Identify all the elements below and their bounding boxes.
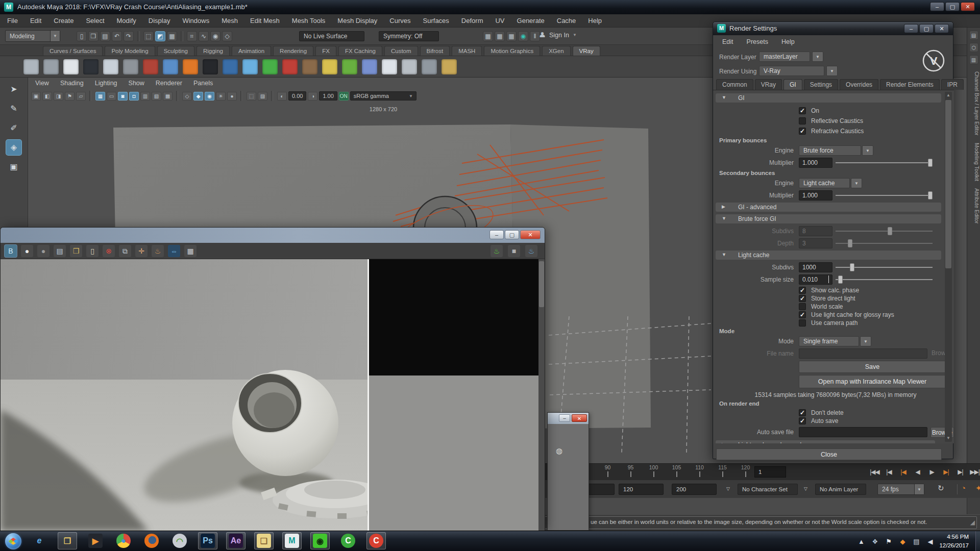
pause-icon[interactable]: ‖	[530, 31, 540, 41]
resize-grip-icon[interactable]: ◢	[970, 519, 975, 526]
color-managed-icon[interactable]: ON	[339, 92, 349, 101]
shelf-icon[interactable]	[382, 59, 397, 74]
anim-layer-dropdown[interactable]: No Anim Layer	[815, 484, 866, 495]
select-by-component-icon[interactable]: ▦	[167, 31, 177, 41]
taskbar-sketchup-icon[interactable]: ◠	[170, 532, 189, 549]
checkbox[interactable]	[799, 107, 806, 114]
taskbar-after-effects-icon[interactable]: Ae	[226, 532, 246, 549]
chevron-down-icon[interactable]: ▽	[804, 486, 807, 491]
lc-sample-size-slider[interactable]	[836, 279, 933, 280]
menu-item[interactable]: Curves	[389, 17, 410, 24]
white-point-icon[interactable]: ●	[21, 245, 33, 257]
menu-item[interactable]: Surfaces	[423, 17, 449, 24]
menu-item[interactable]: Mesh Tools	[292, 17, 326, 24]
shadows-icon[interactable]: ●	[227, 92, 237, 101]
snap-plane-icon[interactable]: ◇	[222, 31, 232, 41]
scale-tool-icon[interactable]: ▣	[6, 159, 21, 174]
primary-multiplier-slider[interactable]	[836, 162, 933, 163]
primary-multiplier-field[interactable]: 1.000	[799, 158, 832, 168]
shelf-icon[interactable]	[203, 59, 218, 74]
camera-icon[interactable]: ▣	[31, 92, 41, 101]
attribute-editor-icon[interactable]: ▥	[969, 55, 978, 64]
symmetry-field[interactable]: Symmetry: Off	[379, 31, 439, 41]
section-brute-force-gi[interactable]: ▼ Brute force GI	[716, 214, 941, 223]
panel-menu-item[interactable]: Panels	[193, 80, 213, 87]
safe-action-icon[interactable]: ▧	[152, 92, 161, 101]
save-image-icon[interactable]: ▤	[54, 245, 66, 257]
b-channel-icon[interactable]: B	[5, 245, 17, 257]
auto-key-icon[interactable]: ◔	[961, 484, 966, 492]
ipr-render-icon[interactable]: ▦	[495, 31, 505, 41]
playback-button[interactable]: ▶|	[953, 466, 967, 478]
menu-item[interactable]: Deform	[461, 17, 483, 24]
exposure-field[interactable]: 0.00	[288, 91, 306, 101]
maximize-button[interactable]: ▢	[945, 2, 960, 11]
chevron-down-icon[interactable]: ▽	[726, 486, 730, 491]
render-settings-tab[interactable]: Render Elements	[880, 79, 940, 90]
gamma-icon[interactable]: ◑	[308, 92, 317, 101]
taskbar-firefox-icon[interactable]	[142, 532, 161, 549]
shelf-tab[interactable]: Rigging	[197, 46, 230, 56]
shelf-icon[interactable]	[43, 59, 59, 74]
shelf-icon[interactable]	[422, 59, 437, 74]
lights-icon[interactable]: ☀	[216, 92, 226, 101]
taskbar-photoshop-icon[interactable]: Ps	[198, 532, 217, 549]
taskbar-maya-icon[interactable]: M	[282, 532, 302, 549]
checkbox[interactable]	[799, 303, 806, 310]
render-view-window[interactable]: – ▢ ✕ B●●▤❒▯⊗⧉✛♨⇔▦ ♨■♨	[0, 227, 545, 531]
shelf-tab[interactable]: Bifrost	[420, 46, 450, 56]
render-frame-icon[interactable]: ▦	[483, 31, 493, 41]
shelf-icon[interactable]	[362, 59, 377, 74]
tray-antivirus-icon[interactable]: ◆	[898, 538, 907, 545]
menu-item[interactable]: Mesh	[222, 17, 238, 24]
wireframe-icon[interactable]: ◇	[182, 92, 192, 101]
shelf-tab[interactable]: Curves / Surfaces	[43, 46, 103, 56]
shelf-icon[interactable]	[123, 59, 138, 74]
shelf-tab[interactable]: Rendering	[273, 46, 313, 56]
stop-render-icon[interactable]: ■	[508, 245, 520, 257]
tray-expand-icon[interactable]: ▲	[856, 538, 866, 545]
shelf-icon[interactable]	[342, 59, 357, 74]
tray-dropbox-icon[interactable]: ❖	[870, 538, 879, 545]
render-using-dropdown[interactable]: V-Ray	[759, 66, 824, 76]
render-settings-tab[interactable]: Settings	[804, 79, 838, 90]
checkbox[interactable]	[799, 295, 806, 302]
image-plane-icon[interactable]: ▱	[76, 92, 86, 101]
menu-item[interactable]: Edit	[722, 38, 733, 45]
background-window[interactable]: – ✕ ◍	[547, 412, 589, 531]
live-surface-field[interactable]: No Live Surface	[299, 31, 364, 41]
menu-item[interactable]: UV	[495, 17, 504, 24]
show-desktop-button[interactable]	[975, 531, 980, 551]
camera-attrs-icon[interactable]: ◨	[54, 92, 63, 101]
slider-handle[interactable]	[928, 191, 933, 199]
shelf-icon[interactable]	[23, 59, 39, 74]
render-settings-tab[interactable]: IPR	[941, 79, 964, 90]
slider-handle[interactable]	[850, 263, 854, 271]
lock-camera-icon[interactable]: ◧	[42, 92, 52, 101]
clear-image-icon[interactable]: ⊗	[103, 245, 115, 257]
render-region-teapot-icon[interactable]: ♨	[525, 245, 537, 257]
menu-item[interactable]: Select	[86, 17, 104, 24]
menu-item[interactable]: Cache	[557, 17, 576, 24]
playback-end-field[interactable]: 200	[672, 484, 717, 495]
colorspace-dropdown[interactable]: sRGB gamma▼	[350, 91, 416, 101]
render-layer-dropdown[interactable]: masterLayer	[759, 52, 810, 62]
taskbar-clock[interactable]: 4:56 PM 12/26/2017	[939, 533, 974, 550]
field-chart-icon[interactable]: ▥	[140, 92, 150, 101]
isolate-select-icon[interactable]: ⬚	[247, 92, 256, 101]
render-last-icon[interactable]: ♨	[152, 245, 164, 257]
taskbar-media-player-icon[interactable]: ▶	[86, 532, 105, 549]
primary-engine-dropdown[interactable]: Brute force	[799, 145, 861, 156]
compare-divider-line[interactable]	[368, 259, 369, 531]
shelf-icon[interactable]	[302, 59, 317, 74]
fps-dropdown[interactable]: 24 fps▼	[877, 484, 924, 495]
gate-mask-icon[interactable]: ◘	[129, 92, 139, 101]
playback-start-field[interactable]: 120	[619, 484, 664, 495]
duplicate-buffer-icon[interactable]: ⧉	[119, 245, 131, 257]
scroll-up-icon[interactable]: ▲	[945, 92, 952, 99]
sign-in-area[interactable]: 👤︎ Sign In ▼	[539, 31, 577, 39]
playback-button[interactable]: ▶	[925, 466, 939, 478]
menu-item[interactable]: Display	[149, 17, 170, 24]
section-gi[interactable]: ▼ GI	[716, 93, 941, 103]
playback-button[interactable]: ▶▶|	[968, 466, 980, 478]
